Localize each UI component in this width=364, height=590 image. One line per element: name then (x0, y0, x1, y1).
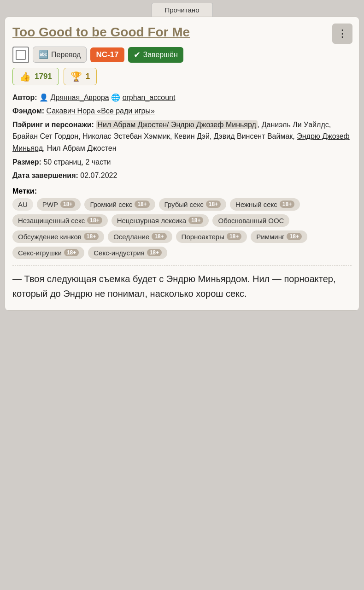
translate-badge[interactable]: 🔤 Перевод (33, 47, 87, 63)
complete-badge[interactable]: ✔ Завершён (128, 47, 183, 63)
author-link[interactable]: Дрянная_Аврора (51, 94, 109, 101)
author2-link[interactable]: orphan_account (123, 94, 176, 101)
size-value: 50 страниц, 2 части (43, 158, 111, 166)
trophy-icon: 🏆 (70, 71, 82, 82)
like-icon: 👍 (19, 71, 31, 82)
tag-item[interactable]: Секс-игрушки18+ (12, 247, 84, 259)
trophy-count: 1 (86, 72, 90, 81)
read-button[interactable]: Прочитано (152, 3, 213, 17)
check-icon: ✔ (134, 50, 141, 60)
tags-container: AUPWP18+Громкий секс18+Грубый секс18+Неж… (12, 198, 352, 259)
divider (12, 266, 352, 266)
translate-icon: 🔤 (39, 50, 48, 59)
more-options-button[interactable]: ⋮ (332, 24, 352, 44)
tag-item[interactable]: Громкий секс18+ (84, 198, 155, 211)
fanfic-card: Too Good to be Good For Me ⋮ 🔤 Перевод N… (5, 17, 359, 311)
tag-item[interactable]: Нежный секс18+ (230, 198, 300, 211)
date-label: Дата завершения: (12, 171, 78, 179)
date-value: 02.07.2022 (80, 171, 117, 179)
checkbox-badge[interactable] (12, 47, 29, 63)
fandom-section: Фэндом: Сакавич Нора «Все ради игры» (12, 105, 352, 117)
pairing-section: Пэйринг и персонажи: Нил Абрам Джостен/ … (12, 119, 352, 154)
tag-item[interactable]: Римминг18+ (251, 230, 307, 243)
checkbox-icon (16, 50, 26, 60)
author-section: Автор: 👤 Дрянная_Аврора 🌐 orphan_account (12, 92, 352, 104)
tag-item[interactable]: AU (12, 198, 33, 211)
author-label: Автор: (12, 94, 37, 101)
translate-label: Перевод (51, 51, 81, 59)
fandom-link[interactable]: Сакавич Нора «Все ради игры» (47, 107, 155, 115)
tag-item[interactable]: Оседлание18+ (108, 230, 172, 243)
tag-item[interactable]: Секс-индустрия18+ (88, 247, 167, 259)
tag-item[interactable]: Нецензурная лексика18+ (112, 214, 209, 227)
pairing-main[interactable]: Нил Абрам Джостен/ Эндрю Джозеф Миньярд (96, 120, 257, 129)
tag-item[interactable]: Грубый секс18+ (159, 198, 226, 211)
pairing-end: , Нил Абрам Джостен (43, 144, 117, 152)
badges-row: 🔤 Перевод NC-17 ✔ Завершён (12, 47, 352, 63)
tag-item[interactable]: Обоснованный ООС (212, 214, 289, 227)
tag-item[interactable]: Обсуждение кинков18+ (12, 230, 104, 243)
rating-badge[interactable]: NC-17 (90, 47, 124, 62)
likes-stat[interactable]: 👍 1791 (12, 68, 59, 85)
fandom-label: Фэндом: (12, 107, 44, 115)
pairing-label: Пэйринг и персонажи: (12, 121, 94, 129)
stats-row: 👍 1791 🏆 1 (12, 68, 352, 85)
complete-label: Завершён (143, 51, 178, 59)
author-person-icon: 👤 (39, 94, 50, 101)
globe-icon: 🌐 (111, 94, 122, 101)
tags-label: Метки: (12, 187, 37, 195)
tags-section: Метки: AUPWP18+Громкий секс18+Грубый сек… (12, 187, 352, 259)
size-section: Размер: 50 страниц, 2 части (12, 156, 352, 168)
tag-item[interactable]: Незащищенный секс18+ (12, 214, 108, 227)
size-label: Размер: (12, 158, 41, 166)
summary-text: — Твоя следующая съемка будет с Эндрю Ми… (12, 271, 352, 301)
fanfic-title[interactable]: Too Good to be Good For Me (12, 24, 352, 40)
tag-item[interactable]: Порноактеры18+ (176, 230, 247, 243)
tag-item[interactable]: PWP18+ (37, 198, 81, 211)
likes-count: 1791 (35, 72, 52, 81)
trophy-stat[interactable]: 🏆 1 (64, 68, 97, 85)
date-section: Дата завершения: 02.07.2022 (12, 170, 352, 182)
